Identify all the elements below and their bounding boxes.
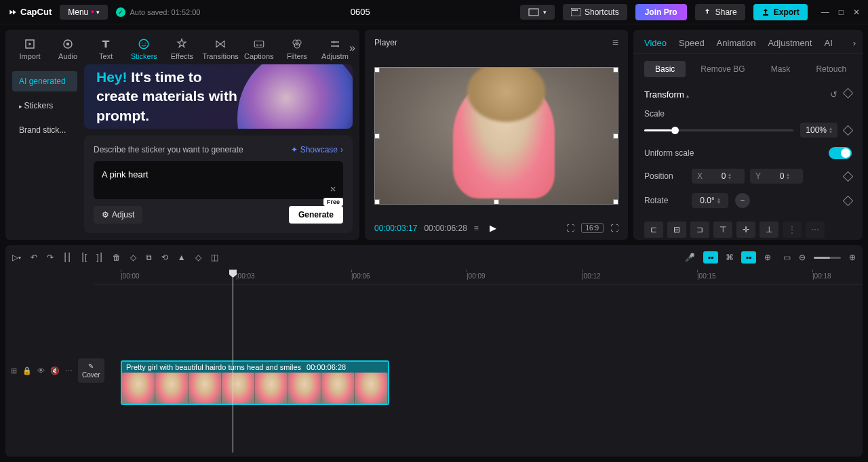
tab-stickers[interactable]: Stickers bbox=[125, 34, 163, 64]
resize-handle[interactable] bbox=[494, 199, 499, 205]
timeline-ruler[interactable]: |00:00|00:03|00:06|00:09|00:12|00:15|00:… bbox=[94, 270, 863, 285]
position-x-input[interactable]: 0▴▾ bbox=[708, 169, 745, 184]
more-icon[interactable]: ⋯ bbox=[65, 366, 73, 375]
zoom-fit-icon[interactable]: ⛶ bbox=[566, 224, 574, 233]
tab-captions[interactable]: Captions bbox=[240, 34, 278, 64]
crop-icon[interactable]: ◫ bbox=[211, 253, 218, 262]
split-right-icon[interactable]: ]⎮ bbox=[96, 253, 102, 262]
tab-effects[interactable]: Effects bbox=[163, 34, 201, 64]
magnet-icon[interactable]: ⌘ bbox=[722, 251, 737, 264]
transform-section-title[interactable]: Transform ▴ bbox=[644, 89, 689, 100]
mirror-icon[interactable]: ▲ bbox=[178, 253, 186, 262]
aspect-ratio-badge[interactable]: 16:9 bbox=[581, 223, 604, 233]
subtab-brand-stickers[interactable]: Brand stick... bbox=[12, 120, 77, 140]
link-icon[interactable]: ▪▪ bbox=[741, 251, 756, 264]
tab-speed[interactable]: Speed bbox=[679, 38, 705, 48]
maximize-button[interactable]: □ bbox=[839, 7, 844, 17]
menu-button[interactable]: Menu•▾ bbox=[60, 5, 108, 20]
position-keyframe-icon[interactable] bbox=[843, 171, 854, 182]
resize-handle[interactable] bbox=[494, 67, 499, 72]
resize-handle[interactable] bbox=[374, 199, 380, 205]
scale-keyframe-icon[interactable] bbox=[843, 125, 854, 135]
zoom-in-icon[interactable]: ⊕ bbox=[849, 253, 856, 262]
project-name[interactable]: 0605 bbox=[208, 7, 512, 17]
expand-tabs-icon[interactable]: » bbox=[349, 42, 355, 54]
mic-icon[interactable]: 🎤 bbox=[685, 253, 695, 262]
add-track-icon[interactable]: ⊞ bbox=[11, 366, 17, 375]
resize-handle[interactable] bbox=[613, 133, 618, 139]
subtab-remove-bg[interactable]: Remove BG bbox=[690, 61, 755, 77]
tab-adjustment[interactable]: Adjustm bbox=[316, 34, 354, 64]
reset-icon[interactable]: ↺ bbox=[830, 89, 837, 100]
reverse-icon[interactable]: ⟲ bbox=[161, 253, 168, 262]
shortcuts-button[interactable]: Shortcuts bbox=[563, 4, 627, 20]
tab-text[interactable]: Text bbox=[87, 34, 125, 64]
list-icon[interactable]: ≡ bbox=[474, 224, 479, 233]
close-button[interactable]: ✕ bbox=[853, 7, 860, 17]
align-center-h-icon[interactable]: ⊟ bbox=[667, 222, 686, 238]
share-button[interactable]: Share bbox=[695, 4, 745, 20]
align-right-icon[interactable]: ⊐ bbox=[690, 222, 709, 238]
align-center-v-icon[interactable]: ✛ bbox=[736, 222, 755, 238]
marker-icon[interactable]: ◇ bbox=[130, 253, 136, 262]
aspect-dropdown[interactable]: ▾ bbox=[520, 5, 555, 20]
duplicate-icon[interactable]: ⧉ bbox=[146, 253, 152, 262]
fullscreen-icon[interactable]: ⛶ bbox=[610, 224, 618, 233]
showcase-link[interactable]: ✦ Showcase › bbox=[291, 145, 343, 154]
tab-scroll-icon[interactable]: › bbox=[853, 38, 856, 48]
position-y-input[interactable]: 0▴▾ bbox=[766, 169, 803, 184]
tab-filters[interactable]: Filters bbox=[278, 34, 316, 64]
adjust-button[interactable]: ⚙ Adjust bbox=[94, 206, 142, 224]
magnet-main-icon[interactable]: ▪▪ bbox=[703, 251, 718, 264]
rotate-input[interactable]: 0.0°▴▾ bbox=[692, 193, 728, 208]
align-top-icon[interactable]: ⊤ bbox=[713, 222, 732, 238]
keyframe-icon[interactable] bbox=[843, 88, 854, 99]
flip-button[interactable]: − bbox=[735, 193, 750, 208]
player-viewport[interactable] bbox=[365, 56, 628, 216]
play-button[interactable]: ▶ bbox=[490, 223, 496, 233]
shuffle-icon[interactable]: ⤬ bbox=[330, 184, 336, 194]
visibility-icon[interactable]: 👁 bbox=[37, 366, 45, 375]
resize-handle[interactable] bbox=[613, 199, 618, 205]
tab-adjustment[interactable]: Adjustment bbox=[768, 38, 812, 48]
preview-icon[interactable]: ▭ bbox=[783, 253, 791, 262]
lock-track-icon[interactable]: 🔒 bbox=[22, 366, 32, 375]
tab-import[interactable]: Import bbox=[11, 34, 49, 64]
subtab-basic[interactable]: Basic bbox=[644, 61, 686, 77]
resize-handle[interactable] bbox=[613, 67, 618, 72]
tab-animation[interactable]: Animation bbox=[717, 38, 756, 48]
undo-icon[interactable]: ↶ bbox=[31, 253, 37, 262]
tab-transitions[interactable]: Transitions bbox=[201, 34, 239, 64]
player-menu-icon[interactable]: ≡ bbox=[612, 37, 618, 49]
generate-button[interactable]: Generate bbox=[289, 206, 343, 224]
select-tool[interactable]: ▷ ▾ bbox=[12, 253, 21, 262]
resize-handle[interactable] bbox=[374, 67, 380, 72]
minimize-button[interactable]: — bbox=[821, 7, 829, 17]
track-area[interactable]: Pretty girl with beautiful hairdo turns … bbox=[94, 285, 863, 457]
tab-audio[interactable]: Audio bbox=[49, 34, 87, 64]
uniform-scale-toggle[interactable] bbox=[829, 147, 852, 159]
align-bottom-icon[interactable]: ⊥ bbox=[760, 222, 778, 238]
redo-icon[interactable]: ↷ bbox=[47, 253, 54, 262]
rotate-keyframe-icon[interactable] bbox=[843, 195, 854, 206]
tab-ai[interactable]: AI bbox=[824, 38, 832, 48]
delete-icon[interactable]: 🗑 bbox=[113, 253, 121, 262]
playhead[interactable] bbox=[233, 270, 233, 453]
resize-handle[interactable] bbox=[374, 133, 380, 139]
mute-icon[interactable]: 🔇 bbox=[50, 366, 60, 375]
tab-video[interactable]: Video bbox=[644, 38, 667, 48]
prompt-input[interactable]: A pink heart ⤬ bbox=[94, 161, 343, 199]
align-left-icon[interactable]: ⊏ bbox=[644, 222, 663, 238]
subtab-retouch[interactable]: Retouch bbox=[805, 61, 857, 77]
snap-icon[interactable]: ⊕ bbox=[760, 251, 775, 264]
export-button[interactable]: Export bbox=[753, 4, 808, 20]
subtab-mask[interactable]: Mask bbox=[760, 61, 802, 77]
rotate-tool-icon[interactable]: ◇ bbox=[195, 253, 201, 262]
subtab-ai-generated[interactable]: AI generated bbox=[12, 71, 77, 91]
split-icon[interactable]: ⎮⎮ bbox=[63, 253, 71, 262]
split-left-icon[interactable]: ⎮[ bbox=[81, 253, 87, 262]
subtab-stickers[interactable]: Stickers bbox=[12, 96, 77, 116]
video-frame[interactable] bbox=[374, 67, 618, 205]
scale-slider[interactable] bbox=[644, 129, 793, 131]
zoom-out-icon[interactable]: ⊖ bbox=[799, 253, 806, 262]
